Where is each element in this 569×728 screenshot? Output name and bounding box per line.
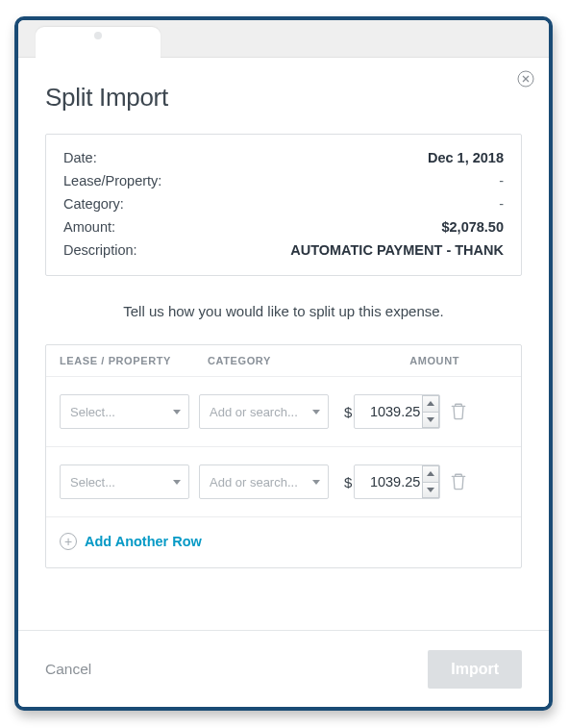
summary-label: Lease/Property: [63, 169, 161, 192]
select-placeholder: Select... [70, 475, 115, 490]
chevron-down-icon [312, 480, 320, 485]
summary-row-description: Description: AUTOMATIC PAYMENT - THANK [63, 238, 504, 262]
amount-input-wrapper [354, 394, 440, 429]
summary-panel: Date: Dec 1, 2018 Lease/Property: - Cate… [45, 134, 522, 276]
chevron-down-icon [173, 410, 181, 414]
summary-label: Date: [63, 146, 97, 169]
select-placeholder: Add or search... [210, 475, 298, 490]
summary-row-lease: Lease/Property: - [63, 169, 504, 192]
split-row: Select... Add or search... $ [46, 377, 521, 447]
select-placeholder: Select... [70, 405, 115, 419]
cancel-button[interactable]: Cancel [45, 661, 91, 678]
amount-input-wrapper [354, 464, 440, 499]
close-button[interactable] [517, 70, 534, 88]
amount-input[interactable] [362, 404, 420, 419]
modal-footer: Cancel Import [18, 630, 549, 707]
delete-row-button[interactable] [450, 402, 467, 421]
currency-symbol: $ [344, 474, 352, 490]
amount-stepper [422, 395, 439, 428]
decrement-button[interactable] [422, 412, 439, 429]
browser-tab[interactable] [36, 27, 161, 58]
select-placeholder: Add or search... [210, 405, 298, 419]
decrement-button[interactable] [422, 482, 439, 499]
instruction-text: Tell us how you would like to split up t… [45, 303, 522, 319]
summary-label: Description: [63, 238, 137, 262]
category-select[interactable]: Add or search... [199, 394, 329, 429]
chevron-down-icon [312, 410, 320, 414]
split-row: Select... Add or search... $ [46, 447, 521, 517]
column-header-amount: AMOUNT [346, 355, 507, 366]
browser-tabbar [18, 20, 549, 58]
summary-value: AUTOMATIC PAYMENT - THANK [290, 238, 504, 262]
add-row-label: Add Another Row [85, 534, 202, 549]
amount-stepper [422, 465, 439, 498]
split-table: LEASE / PROPERTY CATEGORY AMOUNT Select.… [45, 344, 522, 568]
column-header-category: CATEGORY [208, 355, 346, 366]
summary-row-date: Date: Dec 1, 2018 [63, 146, 504, 169]
lease-select[interactable]: Select... [60, 464, 189, 499]
summary-label: Category: [63, 192, 124, 215]
summary-row-category: Category: - [63, 192, 504, 215]
tab-indicator-icon [94, 32, 102, 39]
increment-button[interactable] [422, 395, 439, 412]
summary-label: Amount: [63, 215, 115, 238]
add-row-button[interactable]: + Add Another Row [46, 517, 521, 567]
summary-value: - [499, 169, 504, 192]
chevron-down-icon [427, 488, 434, 492]
delete-row-button[interactable] [450, 472, 467, 491]
chevron-down-icon [427, 417, 434, 422]
import-button[interactable]: Import [428, 650, 522, 689]
plus-icon: + [60, 533, 77, 550]
increment-button[interactable] [422, 465, 439, 482]
modal-frame: Split Import Date: Dec 1, 2018 Lease/Pro… [14, 16, 553, 711]
chevron-down-icon [173, 480, 181, 485]
summary-value: $2,078.50 [441, 215, 504, 238]
currency-symbol: $ [344, 404, 352, 420]
chevron-up-icon [427, 401, 434, 406]
summary-value: Dec 1, 2018 [428, 146, 504, 169]
summary-row-amount: Amount: $2,078.50 [63, 215, 504, 238]
column-header-lease: LEASE / PROPERTY [60, 355, 198, 366]
chevron-up-icon [427, 471, 434, 476]
amount-input[interactable] [362, 474, 420, 490]
page-title: Split Import [45, 83, 522, 113]
summary-value: - [499, 192, 504, 215]
category-select[interactable]: Add or search... [199, 464, 329, 499]
lease-select[interactable]: Select... [60, 394, 189, 429]
table-header: LEASE / PROPERTY CATEGORY AMOUNT [46, 345, 521, 377]
